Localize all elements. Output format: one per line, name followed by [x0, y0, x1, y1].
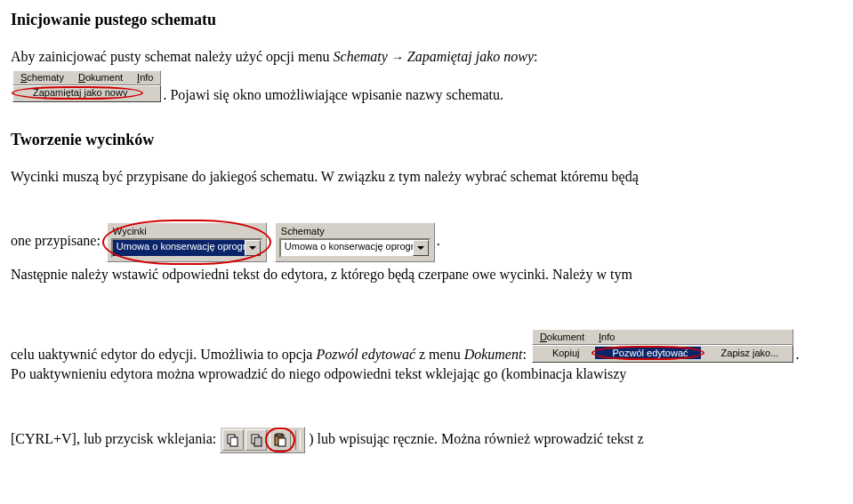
red-circle-2: Wycinki Umowa o konserwację oprogra [106, 221, 268, 263]
combobox-schematy-field[interactable]: Umowa o konserwację oprogra [279, 238, 431, 258]
paste-icon [273, 433, 287, 447]
toolbar-separator [295, 430, 301, 450]
menu-dropdown-2: Kopiuj Pozwól edytować Zapisz jako... [532, 345, 794, 363]
section-title-2: Tworzenie wycinków [11, 131, 842, 149]
paragraph-4a: Po uaktywnieniu edytora można wprowadzić… [11, 364, 842, 384]
menu-dokument-screenshot: Dokument Info Kopiuj Pozwól edytować Zap… [532, 329, 794, 363]
menu-row-pozwol[interactable]: Pozwól edytować [595, 347, 701, 359]
menu-item-info-2[interactable]: Info [591, 330, 622, 344]
red-circle-4 [269, 429, 292, 451]
para3b-text: celu uaktywnić edytor do edycji. Umożliw… [11, 347, 316, 362]
para5a-text: [CYRL+V], lub przycisk wklejania: [11, 430, 220, 445]
svg-rect-5 [277, 434, 282, 436]
cut-button[interactable] [245, 429, 267, 451]
menubar-2: Dokument Info [532, 329, 794, 345]
menu-item-dokument[interactable]: Dokument [71, 71, 130, 84]
para1-colon: : [534, 49, 537, 64]
combobox-wycinki-label: Wycinki [111, 225, 262, 238]
section-title-1: Inicjowanie pustego schematu [11, 11, 842, 29]
copy-icon [226, 433, 240, 447]
paragraph-2a: Wycinki muszą być przypisane do jakiegoś… [11, 167, 842, 187]
para1-text-a: Aby zainicjować pusty schemat należy uży… [11, 49, 334, 64]
paragraph-2b-line: one przypisane: Wycinki Umowa o konserwa… [11, 221, 842, 263]
para5b-text: ) lub wpisując ręcznie. Można również wp… [309, 430, 643, 445]
combobox-schematy-value: Umowa o konserwację oprogra [281, 240, 413, 256]
menu-item-dokument-2[interactable]: Dokument [533, 330, 591, 344]
svg-rect-6 [278, 438, 286, 446]
para1-tail: . Pojawi się okno umożliwiające wpisanie… [163, 87, 503, 102]
para2b-text: one przypisane: [11, 234, 104, 249]
paragraph-5-line: [CYRL+V], lub przycisk wklejania: [11, 427, 842, 453]
menubar-1: Schematy Dokument Info [12, 70, 161, 85]
menu-item-schematy[interactable]: Schematy [13, 71, 71, 84]
menu-schematy-screenshot: Schematy Dokument Info Zapamiętaj jako n… [12, 70, 161, 102]
toolbar-paste-screenshot: Wklej [220, 427, 305, 453]
menu-item-info[interactable]: Info [130, 71, 160, 84]
menu-row-kopiuj[interactable]: Kopiuj [535, 347, 592, 359]
combobox-wycinki-field[interactable]: Umowa o konserwację oprogra [111, 238, 262, 258]
chevron-down-icon[interactable] [245, 240, 261, 256]
paragraph-3b-line: celu uaktywnić edytor do edycji. Umożliw… [11, 329, 842, 363]
paragraph-1: Aby zainicjować pusty schemat należy uży… [11, 47, 842, 67]
paragraph-3a: Następnie należy wstawić odpowiedni teks… [11, 265, 842, 284]
menu-dropdown-1: Zapamiętaj jako nowy [12, 85, 161, 102]
chevron-down-icon[interactable] [413, 240, 429, 256]
menu-row-zapisz[interactable]: Zapisz jako... [704, 347, 792, 359]
para2-period: . [437, 234, 440, 249]
combobox-schematy-label: Schematy [279, 225, 431, 238]
para3-ital-2: Dokument [464, 347, 523, 362]
svg-rect-3 [254, 437, 262, 446]
combobox-schematy: Schematy Umowa o konserwację oprogra [275, 222, 435, 262]
menu-row-zapamietaj[interactable]: Zapamiętaj jako nowy [15, 86, 140, 99]
para3-colon: : [522, 347, 529, 362]
red-circle-1: Zapamiętaj jako nowy [15, 88, 140, 98]
para3c-text: z menu [415, 347, 464, 362]
combobox-wycinki-value: Umowa o konserwację oprogra [113, 240, 245, 256]
para3-ital-1: Pozwól edytować [316, 347, 415, 362]
para3-tail: . [795, 347, 799, 362]
copy-button[interactable] [222, 429, 244, 451]
para1-ital-1: Schematy [334, 49, 391, 64]
toolbar [220, 427, 305, 453]
cut-icon [249, 433, 263, 447]
red-circle-3: Pozwól edytować [595, 348, 701, 358]
svg-rect-1 [230, 437, 237, 446]
combobox-wycinki: Wycinki Umowa o konserwację oprogra [107, 222, 267, 262]
paste-button[interactable] [270, 429, 291, 451]
para1-ital-2: Zapamiętaj jako nowy [404, 49, 534, 64]
arrow-icon: → [391, 51, 404, 64]
